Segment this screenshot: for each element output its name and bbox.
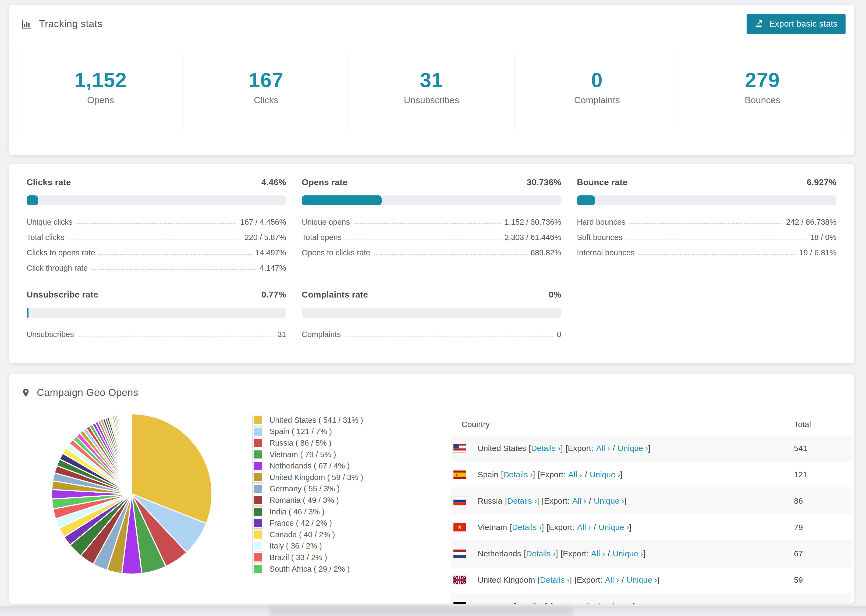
dotted-leader (638, 254, 795, 255)
details-link[interactable]: Details › (531, 444, 561, 453)
legend-item: Vietnam ( 79 / 5% ) (252, 449, 363, 460)
details-link[interactable]: Details › (540, 575, 570, 584)
total-value: 121 (794, 470, 853, 479)
country-flag (453, 444, 466, 453)
geo-opens-title: Campaign Geo Opens (37, 387, 138, 398)
rate-title: Unsubscribe rate (27, 290, 98, 300)
legend-swatch (252, 460, 263, 471)
total-value: 55 (794, 602, 853, 604)
detail-row: Complaints 0 (302, 324, 561, 339)
legend-item: South Africa ( 29 / 2% ) (252, 563, 363, 575)
total-value: 86 (794, 497, 853, 506)
detail-label: Total opens (302, 233, 342, 242)
detail-row: Unique opens 1,152 / 30.736% (302, 211, 561, 226)
export-all-link[interactable]: All › (572, 497, 586, 505)
table-row: Vietnam[Details ›][Export:All ›/Unique ›… (451, 514, 853, 540)
page-title: Tracking stats (39, 18, 102, 30)
export-all-link[interactable]: All › (581, 602, 595, 604)
summary-stat: 31 Unsubscribes (349, 53, 514, 129)
legend-label: United States ( 541 / 31% ) (269, 416, 363, 425)
dotted-leader (68, 239, 241, 239)
stat-label: Unsubscribes (349, 95, 514, 105)
export-prefix: Export: (577, 575, 602, 584)
table-row: Russia[Details ›][Export:All ›/Unique ›]… (451, 487, 853, 514)
export-unique-link[interactable]: Unique › (612, 549, 643, 558)
export-all-link[interactable]: All › (568, 470, 582, 479)
rates-card: Clicks rate 4.46% Unique clicks 167 / 4.… (9, 164, 854, 363)
stat-label: Complaints (515, 95, 680, 105)
rate-block: Unsubscribe rate 0.77% Unsubscribes 31 (27, 290, 286, 339)
rate-title: Bounce rate (577, 178, 627, 187)
rate-value: 4.46% (261, 178, 286, 187)
detail-row: Unique clicks 167 / 4.456% (27, 211, 286, 226)
bar-chart-icon (21, 18, 33, 30)
export-all-link[interactable]: All › (605, 575, 619, 584)
geo-opens-pie-chart[interactable] (49, 411, 215, 577)
export-unique-link[interactable]: Unique › (599, 523, 629, 532)
rate-value: 0% (549, 290, 561, 300)
total-value: 541 (794, 444, 853, 453)
legend-swatch (252, 518, 263, 529)
export-all-link[interactable]: All › (591, 549, 605, 558)
export-prefix: Export: (544, 497, 570, 505)
rate-value: 6.927% (807, 178, 836, 187)
detail-value: 18 / 0% (810, 233, 836, 242)
rate-block: Complaints rate 0% Complaints 0 (302, 290, 561, 339)
legend-swatch (252, 541, 263, 552)
stat-label: Opens (18, 95, 183, 105)
geo-opens-header: Campaign Geo Opens (9, 374, 854, 412)
details-link[interactable]: Details › (512, 523, 542, 532)
legend-label: Brazil ( 33 / 2% ) (269, 553, 327, 562)
legend-item: Romania ( 49 / 3% ) (252, 495, 363, 506)
country-cell: Spain[Details ›][Export:All ›/Unique ›] (478, 470, 794, 479)
legend-swatch (252, 495, 263, 506)
country-name: United States (478, 444, 526, 453)
export-all-link[interactable]: All › (577, 523, 591, 532)
legend-label: France ( 42 / 2% ) (269, 519, 332, 528)
rate-block: Bounce rate 6.927% Hard bounces 242 / 86… (577, 178, 836, 272)
total-value: 79 (794, 523, 853, 532)
rate-value: 30.736% (527, 178, 561, 187)
rates-grid: Clicks rate 4.46% Unique clicks 167 / 4.… (27, 178, 836, 339)
geo-table: Country Total United States[Details ›][E… (451, 414, 853, 603)
detail-label: Complaints (302, 330, 341, 339)
progress-bar (27, 195, 286, 205)
stat-label: Clicks (183, 95, 348, 105)
legend-label: India ( 46 / 3% ) (269, 508, 324, 516)
details-link[interactable]: Details › (507, 497, 537, 505)
legend-swatch (252, 415, 263, 426)
detail-label: Unsubscribes (27, 330, 74, 339)
country-flag (453, 523, 466, 532)
rate-title: Opens rate (302, 178, 348, 187)
export-unique-link[interactable]: Unique › (590, 470, 620, 479)
export-prefix: Export: (568, 444, 593, 453)
export-unique-link[interactable]: Unique › (594, 497, 624, 505)
stat-value: 1,152 (18, 68, 183, 92)
country-cell: Russia[Details ›][Export:All ›/Unique ›] (478, 497, 794, 506)
export-unique-link[interactable]: Unique › (617, 444, 648, 453)
export-unique-link[interactable]: Unique › (627, 575, 657, 584)
export-basic-stats-button[interactable]: Export basic stats (746, 14, 846, 34)
dotted-leader (91, 269, 256, 270)
details-link[interactable]: Details › (526, 549, 556, 558)
legend-swatch (252, 449, 263, 460)
details-link[interactable]: Details › (503, 470, 533, 479)
export-all-link[interactable]: All › (596, 444, 610, 453)
detail-value: 19 / 6.81% (799, 248, 836, 257)
detail-label: Unique clicks (27, 218, 72, 226)
column-header-country: Country (451, 420, 794, 429)
summary-stat: 0 Complaints (515, 53, 680, 129)
export-icon (755, 19, 764, 29)
legend-item: United States ( 541 / 31% ) (252, 415, 363, 426)
legend-label: South Africa ( 29 / 2% ) (269, 565, 350, 574)
legend-item: Netherlands ( 67 / 4% ) (252, 460, 363, 472)
dotted-leader (78, 336, 274, 336)
details-link[interactable]: Details › (516, 602, 545, 604)
export-unique-link[interactable]: Unique › (602, 602, 633, 604)
geo-legend: United States ( 541 / 31% )Spain ( 121 /… (252, 415, 363, 575)
country-cell: Germany[Details ›][Export:All ›/Unique ›… (478, 602, 794, 604)
legend-item: Brazil ( 33 / 2% ) (252, 552, 363, 563)
legend-item: Spain ( 121 / 7% ) (252, 426, 363, 438)
table-row: United Kingdom[Details ›][Export:All ›/U… (451, 567, 853, 593)
tracking-stats-header: Tracking stats Export basic stats (9, 5, 854, 43)
